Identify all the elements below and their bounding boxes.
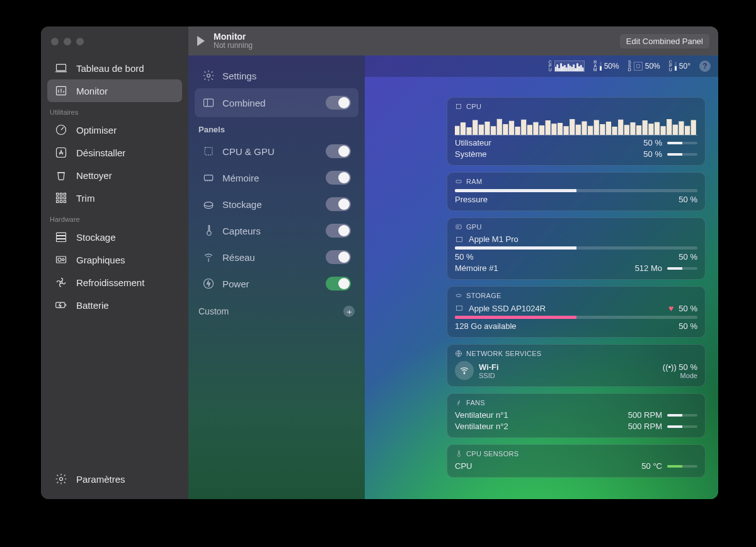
svg-rect-4 xyxy=(57,193,59,195)
card-ram[interactable]: RAM Pressure 50 % xyxy=(447,172,706,211)
ram-pressure-label: Pressure xyxy=(455,195,488,204)
sidebar-item-graphiques[interactable]: Graphiques xyxy=(47,248,182,271)
app-window: Tableau de bord Monitor Utilitaires Opti… xyxy=(41,26,718,499)
menubar-temp[interactable]: CPU 50° xyxy=(669,60,690,72)
sidebar-item-label: Stockage xyxy=(76,232,116,243)
panel-row-stockage[interactable]: Stockage xyxy=(195,191,358,217)
help-icon[interactable]: ? xyxy=(699,60,711,72)
sidebar-item-monitor[interactable]: Monitor xyxy=(47,79,182,102)
svg-rect-31 xyxy=(456,237,462,241)
panel-toggle-power[interactable] xyxy=(326,277,351,291)
svg-rect-24 xyxy=(205,147,212,155)
storage-avail-pct: 50 % xyxy=(679,321,697,331)
wifi-icon xyxy=(455,361,474,380)
progress-bar xyxy=(455,316,697,319)
progress-bar xyxy=(667,153,697,156)
settings-column: Settings Combined Panels CPU & GPU xyxy=(188,55,365,499)
svg-rect-14 xyxy=(57,236,66,238)
fan2-label: Ventilateur n°2 xyxy=(455,422,508,431)
traffic-min-icon[interactable] xyxy=(64,38,71,45)
menubar-temp-label: CPU xyxy=(669,60,672,72)
cards-stack: CPU Utilisateur 50 % Système xyxy=(447,97,706,499)
card-title: GPU xyxy=(466,223,482,231)
svg-rect-12 xyxy=(64,200,66,202)
progress-bar xyxy=(667,465,697,468)
svg-rect-9 xyxy=(64,197,66,199)
sidebar-item-parametres[interactable]: Paramètres xyxy=(47,468,182,490)
card-storage[interactable]: STORAGE Apple SSD AP1024R ♥ 50 % 128 Go … xyxy=(447,286,706,338)
edit-combined-button[interactable]: Edit Combined Panel xyxy=(620,34,709,49)
laptop-icon xyxy=(55,62,67,74)
panel-row-power[interactable]: Power xyxy=(195,270,358,297)
panel-row-label: Mémoire xyxy=(222,173,259,183)
card-fans[interactable]: FANS Ventilateur n°1 500 RPM Ventilateur… xyxy=(447,393,706,438)
card-cpu[interactable]: CPU Utilisateur 50 % Système xyxy=(447,97,706,166)
disk-box-icon xyxy=(634,62,643,71)
card-gpu[interactable]: GPU Apple M1 Pro 50 % 50 % Mémoire #1 xyxy=(447,217,706,280)
panel-toggle-reseau[interactable] xyxy=(326,250,351,264)
panel-toggle-cpu-gpu[interactable] xyxy=(326,144,351,158)
panel-toggle-memoire[interactable] xyxy=(326,171,351,185)
net-pct: 50 % xyxy=(679,362,697,372)
preview-menubar: CPU RAM 50% SSD 50% xyxy=(365,55,718,77)
card-network[interactable]: NETWORK SERVICES Wi-Fi SSID ((•) xyxy=(447,344,706,387)
antenna-icon xyxy=(202,251,215,263)
svg-rect-32 xyxy=(456,306,462,311)
menubar-cpu[interactable]: CPU xyxy=(549,60,585,72)
gear-icon xyxy=(202,69,215,82)
menubar-ram[interactable]: RAM 50% xyxy=(593,60,619,72)
battery-bolt-icon xyxy=(55,299,67,311)
window-controls[interactable] xyxy=(47,35,182,57)
sidebar: Tableau de bord Monitor Utilitaires Opti… xyxy=(41,26,188,499)
settings-row-combined[interactable]: Combined xyxy=(195,88,358,117)
cpu-sys-label: Système xyxy=(455,149,487,159)
card-title: CPU SENSORS xyxy=(466,450,518,458)
svg-rect-28 xyxy=(456,180,461,183)
card-title: CPU xyxy=(466,103,481,110)
svg-point-26 xyxy=(204,279,214,289)
trash-icon xyxy=(55,169,67,181)
custom-label: Custom xyxy=(198,306,229,316)
card-title: RAM xyxy=(466,178,482,185)
sidebar-item-nettoyer[interactable]: Nettoyer xyxy=(47,164,182,187)
settings-row-label: Settings xyxy=(222,71,256,81)
combined-toggle[interactable] xyxy=(326,96,351,110)
progress-bar xyxy=(667,267,697,270)
panel-row-label: Power xyxy=(222,279,249,289)
card-cpu-sensors[interactable]: CPU SENSORS CPU 50 °C xyxy=(447,444,706,478)
svg-rect-7 xyxy=(57,197,59,199)
temp-row-label: CPU xyxy=(455,461,472,471)
memory-icon xyxy=(202,171,215,184)
menubar-ssd[interactable]: SSD 50% xyxy=(628,60,660,72)
settings-row-settings[interactable]: Settings xyxy=(195,63,358,88)
sidebar-item-optimiser[interactable]: Optimiser xyxy=(47,118,182,141)
panel-row-memoire[interactable]: Mémoire xyxy=(195,164,358,191)
svg-point-30 xyxy=(457,226,459,227)
panel-row-reseau[interactable]: Réseau xyxy=(195,244,358,270)
sidebar-item-dashboard[interactable]: Tableau de bord xyxy=(47,57,182,79)
sidebar-section-utilitaires: Utilitaires xyxy=(47,102,182,118)
sidebar-item-batterie[interactable]: Batterie xyxy=(47,294,182,316)
traffic-close-icon[interactable] xyxy=(51,38,59,45)
settings-row-custom[interactable]: Custom ＋ xyxy=(195,297,358,326)
fan2-value: 500 RPM xyxy=(628,422,662,431)
panel-toggle-stockage[interactable] xyxy=(326,197,351,211)
bar-chart-icon xyxy=(55,84,67,97)
panel-toggle-capteurs[interactable] xyxy=(326,224,351,238)
panel-row-cpu-gpu[interactable]: CPU & GPU xyxy=(195,138,358,164)
thermometer-icon xyxy=(202,224,215,237)
net-name: Wi-Fi xyxy=(479,362,499,372)
panel-row-capteurs[interactable]: Capteurs xyxy=(195,217,358,244)
svg-point-17 xyxy=(58,258,61,262)
sidebar-item-trim[interactable]: Trim xyxy=(47,187,182,209)
progress-bar xyxy=(667,142,697,144)
play-icon[interactable] xyxy=(197,36,205,46)
sidebar-item-refroidissement[interactable]: Refroidissement xyxy=(47,271,182,294)
plus-icon[interactable]: ＋ xyxy=(343,306,355,317)
split-panel-icon xyxy=(202,96,215,109)
gpu-card-icon xyxy=(55,253,67,266)
sidebar-item-desinstaller[interactable]: Désinstaller xyxy=(47,141,182,164)
traffic-max-icon[interactable] xyxy=(76,38,84,45)
sidebar-item-stockage[interactable]: Stockage xyxy=(47,226,182,248)
svg-rect-3 xyxy=(57,148,66,158)
